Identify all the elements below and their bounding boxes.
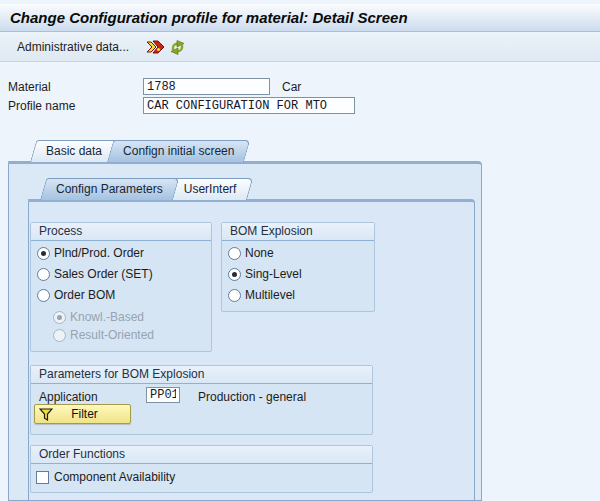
radio-button-icon[interactable] — [228, 289, 241, 302]
radio-button-icon[interactable] — [228, 247, 241, 260]
continue-double-arrow-icon[interactable] — [144, 37, 166, 57]
component-availability-checkbox-row[interactable]: Component Availability — [36, 469, 175, 485]
group-process-title: Process — [31, 223, 211, 241]
radio-button-icon[interactable] — [228, 268, 241, 281]
material-label: Material — [8, 79, 51, 96]
tab-userinterf[interactable]: UserInterf — [168, 178, 247, 200]
tab-label: Confign Parameters — [56, 182, 163, 196]
application-input[interactable] — [146, 387, 180, 403]
profile-name-input[interactable] — [143, 97, 355, 114]
sap-change-configuration-profile-window: Change Configuration profile for materia… — [0, 0, 600, 501]
radio-button-icon[interactable] — [37, 289, 50, 302]
refresh-icon[interactable] — [166, 37, 188, 57]
tab-confign-parameters[interactable]: Confign Parameters — [40, 178, 173, 200]
radio-label: Sing-Level — [245, 267, 302, 281]
group-process: Process Plnd/Prod. Order Sales Order (SE… — [30, 222, 212, 352]
radio-button-icon[interactable] — [37, 268, 50, 281]
title-bar: Change Configuration profile for materia… — [0, 3, 600, 32]
radio-label: Multilevel — [245, 288, 295, 302]
radio-none[interactable]: None — [228, 245, 274, 261]
group-order-functions-title: Order Functions — [31, 446, 372, 464]
checkbox-icon[interactable] — [36, 471, 49, 484]
group-bom-explosion: BOM Explosion None Sing-Level Multilevel — [221, 222, 375, 312]
material-description: Car — [282, 79, 301, 96]
radio-button-icon[interactable] — [37, 247, 50, 260]
tab-label: Confign initial screen — [123, 144, 234, 158]
filter-button-label: Filter — [53, 407, 116, 421]
tab-basic-data[interactable]: Basic data — [30, 140, 112, 162]
radio-button-icon — [53, 311, 66, 324]
radio-plnd-prod-order[interactable]: Plnd/Prod. Order — [37, 245, 144, 261]
radio-result-oriented: Result-Oriented — [53, 327, 154, 343]
radio-sing-level[interactable]: Sing-Level — [228, 266, 302, 282]
radio-multilevel[interactable]: Multilevel — [228, 287, 295, 303]
group-order-functions: Order Functions Component Availability — [30, 445, 373, 493]
radio-label: Result-Oriented — [70, 328, 154, 342]
profile-name-label: Profile name — [8, 98, 75, 115]
filter-button[interactable]: Filter — [34, 404, 131, 424]
filter-funnel-icon — [39, 408, 53, 421]
radio-label: Knowl.-Based — [70, 310, 144, 324]
material-input[interactable] — [143, 78, 270, 95]
inner-tabstrip: Confign Parameters UserInterf — [40, 178, 241, 200]
radio-label: None — [245, 246, 274, 260]
radio-sales-order-set[interactable]: Sales Order (SET) — [37, 266, 153, 282]
tab-confign-initial-screen[interactable]: Confign initial screen — [107, 140, 244, 162]
administrative-data-button[interactable]: Administrative data... — [14, 38, 132, 56]
group-bom-explosion-title: BOM Explosion — [222, 223, 374, 241]
tab-label: UserInterf — [184, 182, 237, 196]
outer-tabstrip: Basic data Confign initial screen — [30, 140, 239, 162]
radio-order-bom[interactable]: Order BOM — [37, 287, 115, 303]
checkbox-label: Component Availability — [54, 470, 175, 484]
application-description: Production - general — [198, 389, 306, 406]
radio-label: Plnd/Prod. Order — [54, 246, 144, 260]
group-parameters-title: Parameters for BOM Explosion — [31, 366, 372, 384]
radio-label: Sales Order (SET) — [54, 267, 153, 281]
group-parameters-bom-explosion: Parameters for BOM Explosion Application… — [30, 365, 373, 435]
radio-label: Order BOM — [54, 288, 115, 302]
tab-label: Basic data — [46, 144, 102, 158]
radio-knowl-based: Knowl.-Based — [53, 309, 144, 325]
page-title: Change Configuration profile for materia… — [10, 9, 408, 26]
application-toolbar: Administrative data... — [0, 33, 600, 62]
radio-button-icon — [53, 329, 66, 342]
